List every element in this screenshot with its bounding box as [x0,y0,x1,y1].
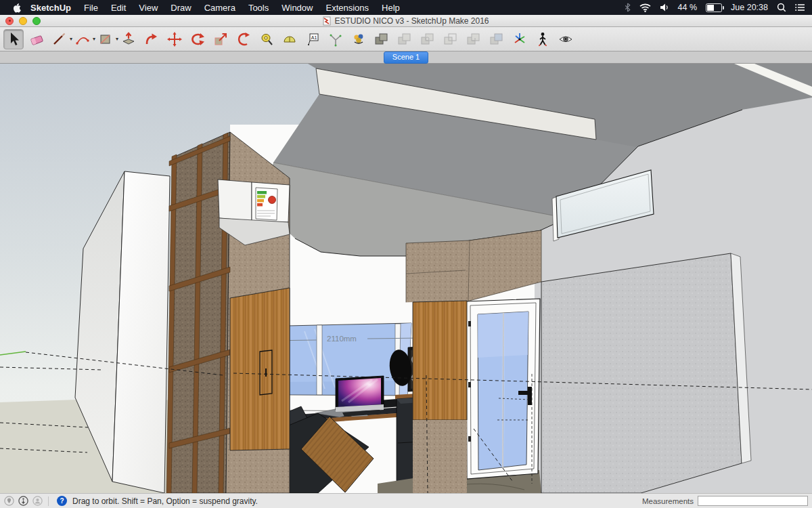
energy-label [256,188,277,220]
bluetooth-icon[interactable] [625,3,631,12]
status-bar: ? Drag to orbit. Shift = Pan, Option = s… [0,493,812,508]
tool-axes-button[interactable] [325,29,346,49]
attribution-icon[interactable] [18,496,28,506]
menu-item-window[interactable]: Window [281,3,313,13]
tool-axes3d-button[interactable] [510,29,530,49]
macos-menu-bar: SketchUpFileEditViewDrawCameraToolsWindo… [0,0,812,15]
tool-subtract-button [441,29,461,49]
tool-scale-button[interactable] [210,29,231,49]
status-divider [48,496,49,506]
menu-items: SketchUpFileEditViewDrawCameraToolsWindo… [30,3,400,13]
imac [336,376,384,417]
menu-item-tools[interactable]: Tools [248,3,269,13]
tool-select-button[interactable] [3,29,24,49]
tool-move-button[interactable] [164,29,185,49]
menu-item-view[interactable]: View [139,3,158,13]
volume-icon[interactable] [660,3,669,12]
wood-panel-left [230,288,290,450]
tool-rotate-button[interactable] [187,29,208,49]
window-title: ESTUDIO NICO v3 - SketchUp Make 2016 [0,16,812,26]
model-viewport[interactable]: 2110mm [0,64,812,493]
traffic-lights [5,17,41,25]
tool-lookaround-button[interactable] [556,29,576,49]
tool-line-button[interactable]: ▾ [49,29,70,49]
menu-item-sketchup[interactable]: SketchUp [30,3,71,13]
glass-door [466,299,540,479]
status-hint: Drag to orbit. Shift = Pan, Option = sus… [72,496,258,506]
wood-panel-right [413,301,467,493]
measurements-label: Measurements [642,497,694,505]
measurements-input[interactable] [698,496,808,506]
menu-item-camera[interactable]: Camera [204,3,235,13]
help-icon[interactable]: ? [57,496,67,506]
svg-text:A1: A1 [311,35,317,40]
menu-item-help[interactable]: Help [382,3,400,13]
tool-split-button [487,29,507,49]
close-button[interactable] [5,17,14,25]
spotlight-icon[interactable] [777,3,786,12]
notification-center-icon[interactable] [795,3,805,12]
sketchup-toolbar: ▾▾▾A1 [0,27,812,51]
menu-item-file[interactable]: File [84,3,98,13]
tool-text-button[interactable]: A1 [302,29,323,49]
sketchup-doc-icon [323,16,331,26]
tool-protractor-button[interactable] [279,29,300,49]
tool-rectangle-button[interactable]: ▾ [95,29,116,49]
tool-union-button [418,29,438,49]
tool-offset-button[interactable] [233,29,254,49]
tool-tape-button[interactable] [256,29,277,49]
scene-tab-bar: Scene 1 [0,51,812,64]
signin-icon[interactable] [32,496,43,506]
menu-item-extensions[interactable]: Extensions [325,3,369,13]
menu-item-draw[interactable]: Draw [171,3,191,13]
tool-shell-button[interactable] [371,29,392,49]
battery-icon [706,3,722,12]
menu-item-edit[interactable]: Edit [111,3,126,13]
wifi-icon[interactable] [639,3,651,12]
tool-paint-button[interactable] [348,29,369,49]
menu-bar-clock[interactable]: Jue 20:38 [731,3,768,12]
apple-menu-icon[interactable] [12,3,21,13]
dimension-label: 2110mm [327,335,357,343]
minimize-button[interactable] [19,17,27,25]
window-title-bar: ESTUDIO NICO v3 - SketchUp Make 2016 [0,15,812,27]
tool-eraser-button[interactable] [26,29,47,49]
tool-trim-button [464,29,484,49]
menu-bar-tray: 44 % Jue 20:38 [625,3,805,12]
geolocation-icon[interactable] [4,496,14,506]
scene-tab-scene-1[interactable]: Scene 1 [384,51,428,64]
front-right-wall [541,253,751,493]
zoom-button[interactable] [32,17,41,25]
tool-intersect-button [394,29,415,49]
tool-pushpull-button[interactable] [118,29,139,49]
tool-followme-button[interactable] [141,29,162,49]
svg-text:?: ? [60,497,64,505]
tool-arc-button[interactable]: ▾ [72,29,93,49]
battery-percent: 44 % [678,3,698,12]
tool-walk-button[interactable] [533,29,553,49]
